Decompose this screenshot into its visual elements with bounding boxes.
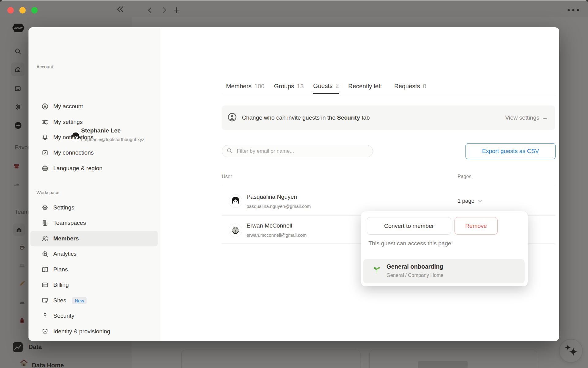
sidebar-item-label: Plans xyxy=(53,266,68,273)
remove-guest-button[interactable]: Remove xyxy=(454,217,498,235)
sidebar-item-my-notifications[interactable]: My notifications xyxy=(30,130,158,145)
tab-groups[interactable]: Groups13 xyxy=(274,73,304,94)
shield-check-icon xyxy=(41,328,49,335)
sidebar-item-my-connections[interactable]: My connections xyxy=(30,145,158,160)
sidebar-item-label: Billing xyxy=(53,282,69,288)
pages-dropdown[interactable]: 1 page xyxy=(458,198,482,204)
sidebar-item-label: Settings xyxy=(53,204,74,211)
search-icon xyxy=(226,148,232,155)
convert-to-member-button[interactable]: Convert to member xyxy=(367,217,451,235)
browser-cursor-icon xyxy=(41,297,49,304)
guest-filter-input[interactable] xyxy=(236,148,359,155)
sidebar-item-label: Sites xyxy=(53,297,66,304)
sidebar-item-content-search[interactable]: Content search xyxy=(30,339,158,341)
key-icon xyxy=(41,312,49,320)
tab-requests[interactable]: Requests0 xyxy=(394,73,427,94)
column-header-pages: Pages xyxy=(458,174,471,179)
sidebar-item-language-region[interactable]: Language & region xyxy=(30,161,158,176)
sidebar-item-label: My notifications xyxy=(53,134,93,141)
sidebar-item-label: Members xyxy=(53,235,79,242)
sidebar-item-my-settings[interactable]: My settings xyxy=(30,114,158,130)
account-section-header: Account xyxy=(36,64,53,69)
page-title: General onboarding xyxy=(386,263,443,270)
guest-actions-popover: Convert to member Remove This guest can … xyxy=(361,211,528,286)
settings-sidebar: Account Stephanie Lee stephanie@toolsfor… xyxy=(28,27,160,341)
chart-search-icon xyxy=(41,250,49,258)
new-badge: New xyxy=(72,297,87,304)
external-link-icon xyxy=(41,149,49,156)
popover-caption: This guest can access this page: xyxy=(368,240,453,247)
person-badge-icon xyxy=(227,112,237,123)
tab-guests[interactable]: Guests2 xyxy=(313,73,339,94)
sidebar-item-label: My connections xyxy=(53,149,94,156)
sidebar-item-plans[interactable]: Plans xyxy=(30,262,158,277)
avatar xyxy=(229,224,242,237)
members-tabs: Members100 Groups13 Guests2 Recently lef… xyxy=(222,73,555,94)
arrow-right-icon: → xyxy=(542,114,548,121)
sidebar-item-sites[interactable]: Sites New xyxy=(30,293,158,308)
people-icon xyxy=(41,235,49,242)
map-icon xyxy=(41,266,49,273)
table-divider xyxy=(222,185,555,185)
sidebar-item-analytics[interactable]: Analytics xyxy=(30,246,158,262)
sidebar-item-settings[interactable]: Settings xyxy=(30,200,158,215)
sliders-icon xyxy=(41,118,49,126)
globe-icon xyxy=(41,165,49,172)
banner-text: Change who can invite guests in the Secu… xyxy=(242,114,370,121)
sidebar-item-my-account[interactable]: My account xyxy=(30,99,158,114)
page-path: General / Company Home xyxy=(386,273,443,278)
sidebar-item-label: Teamspaces xyxy=(53,220,86,226)
bell-icon xyxy=(41,134,49,141)
sidebar-item-teamspaces[interactable]: Teamspaces xyxy=(30,215,158,231)
sidebar-item-identity-provisioning[interactable]: Identity & provisioning xyxy=(30,324,158,339)
credit-card-icon xyxy=(41,281,49,289)
window-top-edge xyxy=(0,0,588,1)
sidebar-item-billing[interactable]: Billing xyxy=(30,277,158,293)
seedling-icon xyxy=(372,265,382,275)
export-guests-button[interactable]: Export guests as CSV xyxy=(466,143,556,159)
sidebar-item-security[interactable]: Security xyxy=(30,308,158,324)
close-button[interactable] xyxy=(7,7,14,13)
sidebar-item-label: Analytics xyxy=(53,251,77,257)
accessible-page-item[interactable]: General onboarding General / Company Hom… xyxy=(363,259,525,283)
guests-info-banner: Change who can invite guests in the Secu… xyxy=(222,105,555,130)
gear-icon xyxy=(41,204,49,211)
chevron-down-icon xyxy=(478,200,482,202)
person-circle-icon xyxy=(41,103,49,110)
sidebar-item-label: My account xyxy=(53,103,83,110)
view-settings-link[interactable]: View settings → xyxy=(505,114,548,121)
minimize-button[interactable] xyxy=(19,7,26,13)
screen: ACME Favorites Teamspaces xyxy=(0,0,588,368)
guest-filter xyxy=(222,145,373,157)
sidebar-item-label: My settings xyxy=(53,119,83,125)
tab-members[interactable]: Members100 xyxy=(226,73,265,94)
sidebar-item-label: Language & region xyxy=(53,165,103,172)
sidebar-item-label: Security xyxy=(53,312,74,319)
column-header-user: User xyxy=(222,174,232,179)
fullscreen-button[interactable] xyxy=(31,7,38,13)
settings-modal: Account Stephanie Lee stephanie@toolsfor… xyxy=(28,27,559,341)
sidebar-item-members[interactable]: Members xyxy=(30,231,158,246)
workspace-section-header: Workspace xyxy=(36,190,59,195)
account-user-row[interactable]: Stephanie Lee stephanie@toolsforthought.… xyxy=(28,76,160,96)
tab-recently-left[interactable]: Recently left xyxy=(348,73,385,94)
building-icon xyxy=(41,219,49,227)
avatar xyxy=(229,194,242,208)
sidebar-item-label: Identity & provisioning xyxy=(53,328,110,335)
